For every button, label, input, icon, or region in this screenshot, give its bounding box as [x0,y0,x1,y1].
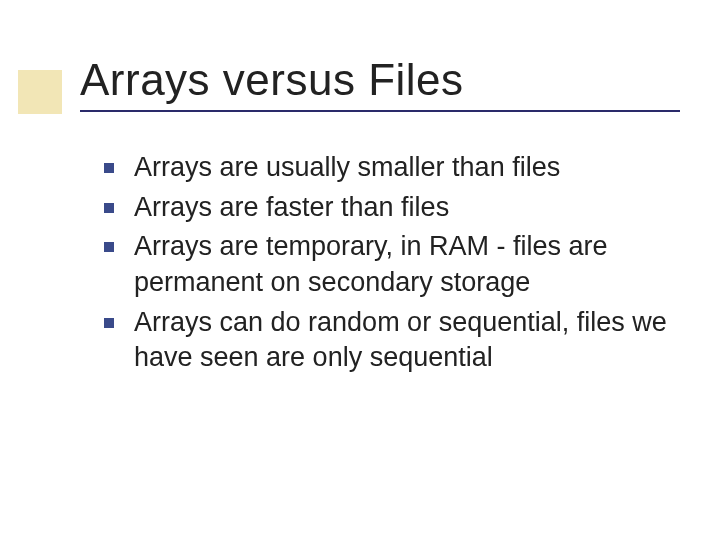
accent-square [18,70,62,114]
list-item: Arrays are usually smaller than files [100,150,670,186]
title-block: Arrays versus Files [80,56,680,112]
slide-title: Arrays versus Files [80,56,680,104]
body-block: Arrays are usually smaller than files Ar… [100,150,670,380]
title-underline [80,110,680,112]
bullet-list: Arrays are usually smaller than files Ar… [100,150,670,376]
list-item: Arrays are temporary, in RAM - files are… [100,229,670,300]
slide: Arrays versus Files Arrays are usually s… [0,0,720,540]
list-item: Arrays are faster than files [100,190,670,226]
list-item: Arrays can do random or sequential, file… [100,305,670,376]
